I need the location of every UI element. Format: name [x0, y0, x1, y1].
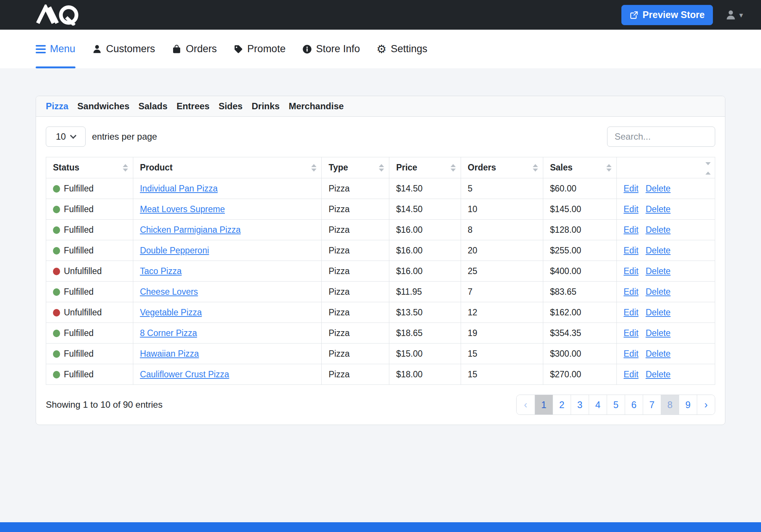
- nav-item-customers[interactable]: Customers: [92, 30, 155, 68]
- tab-entrees[interactable]: Entrees: [176, 101, 209, 112]
- delete-link[interactable]: Delete: [646, 328, 671, 338]
- edit-link[interactable]: Edit: [624, 184, 639, 193]
- tab-drinks[interactable]: Drinks: [252, 101, 280, 112]
- pagination-page-8[interactable]: 8: [661, 395, 679, 414]
- price-cell: $18.00: [389, 364, 461, 385]
- edit-link[interactable]: Edit: [624, 328, 639, 338]
- edit-link[interactable]: Edit: [624, 369, 639, 379]
- type-cell: Pizza: [322, 302, 389, 323]
- pagination-page-5[interactable]: 5: [607, 395, 625, 414]
- chevron-down-icon: [70, 133, 77, 139]
- tab-sides[interactable]: Sides: [219, 101, 243, 112]
- price-cell: $14.50: [389, 199, 461, 220]
- pagination-page-2[interactable]: 2: [553, 395, 571, 414]
- price-cell: $11.95: [389, 282, 461, 302]
- table-footer: Showing 1 to 10 of 90 entries ‹ 1 2 3 4 …: [46, 395, 715, 415]
- edit-link[interactable]: Edit: [624, 204, 639, 214]
- table-header-row: Status Product Type Price Orders Sales: [46, 157, 715, 178]
- pagination-page-1[interactable]: 1: [535, 395, 553, 414]
- type-cell: Pizza: [322, 220, 389, 240]
- nav-label: Menu: [50, 43, 75, 55]
- tab-pizza[interactable]: Pizza: [46, 101, 68, 112]
- product-link[interactable]: Hawaiian Pizza: [140, 349, 199, 359]
- product-link[interactable]: Taco Pizza: [140, 266, 182, 276]
- pagination-next[interactable]: ›: [697, 395, 715, 414]
- type-cell: Pizza: [322, 282, 389, 302]
- pagination-page-3[interactable]: 3: [571, 395, 589, 414]
- delete-link[interactable]: Delete: [646, 266, 671, 276]
- sort-icon: [606, 164, 612, 172]
- product-link[interactable]: Double Pepperoni: [140, 246, 209, 255]
- table-row: Fulfilled Cauliflower Crust Pizza Pizza …: [46, 364, 715, 385]
- edit-link[interactable]: Edit: [624, 287, 639, 297]
- delete-link[interactable]: Delete: [646, 369, 671, 379]
- external-link-icon: [630, 11, 639, 20]
- bag-icon: [172, 44, 182, 54]
- product-link[interactable]: Chicken Parmigiana Pizza: [140, 225, 241, 235]
- edit-link[interactable]: Edit: [624, 246, 639, 255]
- nav-item-orders[interactable]: Orders: [172, 30, 217, 68]
- edit-link[interactable]: Edit: [624, 349, 639, 359]
- column-header-type[interactable]: Type: [322, 157, 389, 178]
- tab-salads[interactable]: Salads: [139, 101, 167, 112]
- table-controls: 10 entries per page: [46, 127, 715, 147]
- tab-merchandise[interactable]: Merchandise: [289, 101, 344, 112]
- product-link[interactable]: Cauliflower Crust Pizza: [140, 369, 229, 379]
- table-row: Fulfilled Double Pepperoni Pizza $16.00 …: [46, 240, 715, 261]
- nav-item-settings[interactable]: ⚙ Settings: [377, 30, 427, 68]
- user-menu[interactable]: ▾: [725, 9, 743, 21]
- product-link[interactable]: 8 Corner Pizza: [140, 328, 197, 338]
- status-dot: [53, 350, 60, 358]
- product-link[interactable]: Individual Pan Pizza: [140, 184, 218, 193]
- entries-per-page-select[interactable]: 10: [46, 127, 86, 147]
- column-header-product[interactable]: Product: [133, 157, 322, 178]
- column-header-status[interactable]: Status: [46, 157, 133, 178]
- status-label: Unfulfilled: [64, 307, 102, 317]
- delete-link[interactable]: Delete: [646, 307, 671, 317]
- pagination-page-4[interactable]: 4: [589, 395, 607, 414]
- delete-link[interactable]: Delete: [646, 246, 671, 255]
- status-label: Fulfilled: [64, 369, 93, 379]
- delete-link[interactable]: Delete: [646, 349, 671, 359]
- product-link[interactable]: Vegetable Pizza: [140, 307, 202, 317]
- price-cell: $15.00: [389, 344, 461, 364]
- pagination-page-9[interactable]: 9: [679, 395, 697, 414]
- category-tabs: Pizza Sandwiches Salads Entrees Sides Dr…: [36, 96, 725, 117]
- sort-icon: [533, 164, 538, 172]
- column-header-sales[interactable]: Sales: [543, 157, 616, 178]
- orders-cell: 8: [461, 220, 543, 240]
- preview-store-button[interactable]: Preview Store: [621, 5, 713, 25]
- column-header-actions: [617, 157, 715, 178]
- search-input[interactable]: [607, 127, 715, 147]
- nav-label: Settings: [391, 43, 428, 55]
- delete-link[interactable]: Delete: [646, 204, 671, 214]
- status-dot: [53, 185, 60, 193]
- tag-icon: [234, 44, 243, 54]
- entries-select-value: 10: [56, 131, 66, 142]
- product-link[interactable]: Meat Lovers Supreme: [140, 204, 225, 214]
- status-dot: [53, 206, 60, 213]
- edit-link[interactable]: Edit: [624, 266, 639, 276]
- nav-item-promote[interactable]: Promote: [234, 30, 286, 68]
- hamburger-icon: [36, 45, 46, 53]
- delete-link[interactable]: Delete: [646, 184, 671, 193]
- column-header-price[interactable]: Price: [389, 157, 461, 178]
- product-link[interactable]: Cheese Lovers: [140, 287, 198, 297]
- nav-item-store-info[interactable]: Store Info: [302, 30, 360, 68]
- sales-cell: $83.65: [543, 282, 616, 302]
- person-icon: [725, 9, 737, 21]
- pagination-page-6[interactable]: 6: [625, 395, 643, 414]
- status-dot: [53, 309, 60, 316]
- delete-link[interactable]: Delete: [646, 225, 671, 235]
- tab-sandwiches[interactable]: Sandwiches: [77, 101, 130, 112]
- sort-icon: [311, 164, 316, 172]
- nav-item-menu[interactable]: Menu: [36, 30, 75, 68]
- products-table: Status Product Type Price Orders Sales: [46, 157, 715, 385]
- edit-link[interactable]: Edit: [624, 225, 639, 235]
- delete-link[interactable]: Delete: [646, 287, 671, 297]
- pagination-page-7[interactable]: 7: [643, 395, 661, 414]
- pagination-prev[interactable]: ‹: [517, 395, 535, 414]
- column-header-orders[interactable]: Orders: [461, 157, 543, 178]
- edit-link[interactable]: Edit: [624, 307, 639, 317]
- price-cell: $13.50: [389, 302, 461, 323]
